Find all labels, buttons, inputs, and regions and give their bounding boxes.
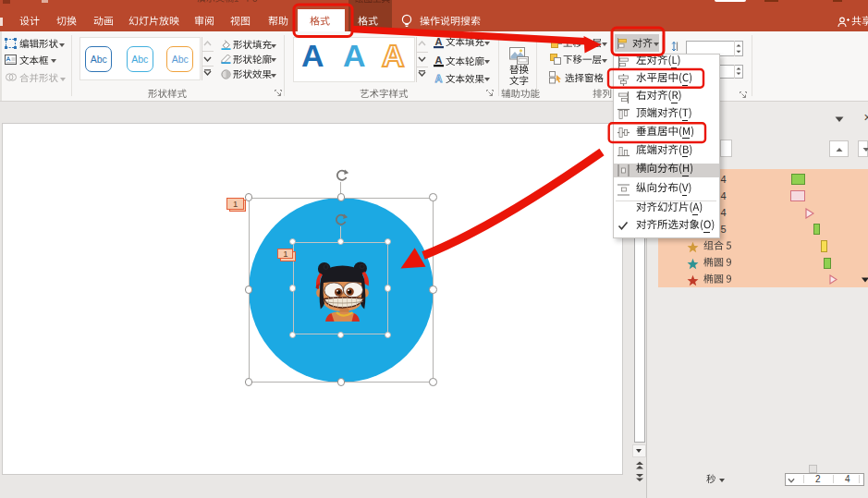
svg-text:A: A <box>434 55 442 66</box>
svg-text:A: A <box>434 36 442 47</box>
svg-text:A: A <box>434 73 442 84</box>
